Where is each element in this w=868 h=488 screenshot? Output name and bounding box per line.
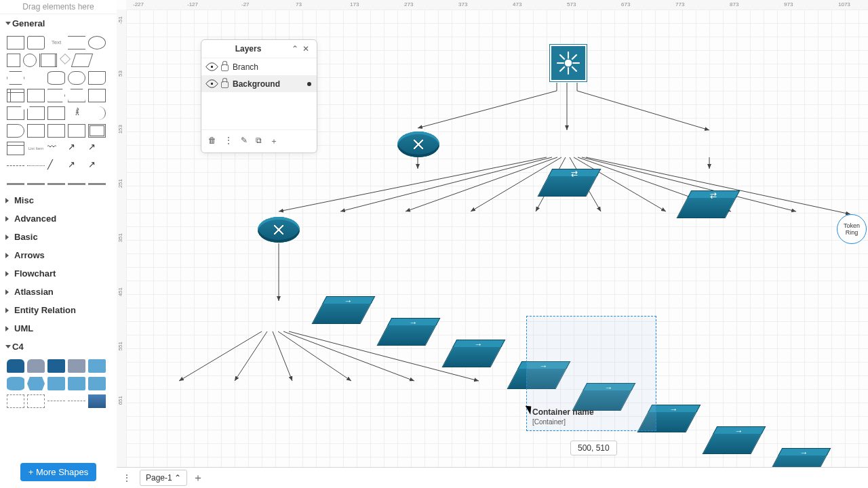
- shape-process[interactable]: [39, 54, 57, 67]
- category-advanced[interactable]: Advanced: [0, 209, 117, 228]
- category-uml[interactable]: UML: [0, 319, 117, 338]
- shape-list[interactable]: [7, 142, 24, 155]
- shape-and[interactable]: [27, 124, 45, 138]
- shape-line3[interactable]: ↗: [88, 159, 106, 173]
- trash-icon[interactable]: 🗑: [208, 136, 216, 147]
- shape-internal[interactable]: [7, 89, 24, 102]
- node-switch-t3-2[interactable]: →: [376, 324, 437, 346]
- shape-triangle[interactable]: [27, 71, 45, 85]
- shape-text[interactable]: Text: [47, 36, 65, 49]
- shape-cube[interactable]: [27, 89, 45, 102]
- shape-diamond[interactable]: [60, 54, 71, 64]
- c4-system[interactable]: [47, 359, 65, 373]
- shape-note[interactable]: [7, 106, 24, 120]
- add-icon[interactable]: ＋: [270, 136, 278, 147]
- shape-datastore[interactable]: [47, 124, 65, 138]
- c4-boundary1[interactable]: [7, 394, 24, 408]
- category-entity-relation[interactable]: Entity Relation: [0, 301, 117, 319]
- shape-callout[interactable]: [47, 106, 65, 120]
- node-switch-t2-2[interactable]: ⇄: [537, 175, 597, 197]
- shape-ellipse[interactable]: [88, 36, 106, 49]
- node-switch-t2-3[interactable]: ⇄: [676, 197, 736, 218]
- layer-row-branch[interactable]: Branch: [201, 58, 317, 75]
- collapse-icon[interactable]: ⌃: [290, 44, 300, 54]
- category-flowchart[interactable]: Flowchart: [0, 264, 117, 283]
- category-basic[interactable]: Basic: [0, 228, 117, 246]
- shape-dashed[interactable]: [7, 159, 24, 166]
- shape-or[interactable]: [7, 124, 24, 138]
- category-arrows[interactable]: Arrows: [0, 246, 117, 264]
- shape-card[interactable]: [27, 106, 45, 120]
- c4-rel1[interactable]: [47, 394, 65, 401]
- shape-cylinder[interactable]: [47, 71, 65, 85]
- shape-curved-conn[interactable]: 〰: [47, 142, 65, 155]
- copy-icon[interactable]: ⧉: [256, 136, 262, 147]
- lock-icon[interactable]: [221, 64, 229, 71]
- node-switch-t3-8[interactable]: →: [767, 454, 827, 468]
- drop-preview-container[interactable]: Container name [Container]: [526, 316, 656, 431]
- shape-dotted[interactable]: [27, 159, 45, 166]
- shape-hexagon[interactable]: [7, 71, 24, 85]
- category-atlassian[interactable]: Atlassian: [0, 283, 117, 301]
- c4-person[interactable]: [7, 359, 24, 373]
- node-switch-t3-1[interactable]: →: [311, 302, 372, 324]
- c4-boundary2[interactable]: [27, 394, 45, 408]
- c4-rel2[interactable]: [68, 394, 85, 401]
- shape-link[interactable]: [7, 183, 24, 185]
- close-icon[interactable]: ✕: [300, 44, 311, 54]
- node-token-ring[interactable]: TokenRing: [837, 214, 867, 244]
- shape-line1[interactable]: ╱: [47, 159, 65, 173]
- shape-bidir-arrow[interactable]: ↗: [68, 142, 85, 155]
- node-router-t2-1[interactable]: [397, 131, 439, 157]
- shape-step[interactable]: [47, 89, 65, 102]
- c4-person-ext[interactable]: [27, 359, 45, 373]
- node-switch-t3-3[interactable]: →: [441, 346, 502, 367]
- add-page-button[interactable]: ＋: [193, 471, 203, 485]
- more-icon[interactable]: ⋮: [224, 136, 233, 147]
- shape-link2[interactable]: [27, 183, 45, 185]
- node-router-t3-0[interactable]: [258, 217, 300, 243]
- shape-square[interactable]: [7, 54, 20, 67]
- eye-icon[interactable]: [205, 77, 218, 90]
- shape-actor[interactable]: 𐀪: [68, 106, 85, 120]
- shape-roundrect[interactable]: [27, 36, 45, 49]
- lock-icon[interactable]: [221, 81, 229, 88]
- page-tab-1[interactable]: Page-1 ⌃: [140, 470, 187, 486]
- more-shapes-button[interactable]: + More Shapes: [20, 463, 97, 481]
- shape-tape[interactable]: [88, 89, 106, 102]
- c4-system-ext[interactable]: [68, 359, 85, 373]
- shape-frame[interactable]: [88, 124, 106, 138]
- page-menu-icon[interactable]: ⋮: [122, 472, 132, 483]
- c4-comp3[interactable]: [88, 377, 106, 390]
- c4-comp2[interactable]: [68, 377, 85, 390]
- layers-panel[interactable]: Layers ⌃ ✕ Branch Background 🗑 ⋮ ✎ ⧉: [201, 39, 317, 153]
- shape-line2[interactable]: ↗: [68, 159, 85, 173]
- shape-trapezoid[interactable]: [68, 89, 85, 102]
- c4-legend[interactable]: [88, 394, 106, 408]
- c4-hex[interactable]: [27, 377, 45, 390]
- c4-component[interactable]: [47, 377, 65, 390]
- edit-icon[interactable]: ✎: [241, 136, 248, 147]
- shape-circle[interactable]: [23, 54, 37, 67]
- shape-link5[interactable]: [88, 183, 106, 185]
- shape-link3[interactable]: [47, 183, 65, 185]
- shape-link4[interactable]: [68, 183, 85, 185]
- shape-textbox[interactable]: [68, 36, 85, 49]
- shape-curve[interactable]: [88, 106, 106, 120]
- shape-cloud[interactable]: [68, 71, 85, 85]
- shape-listitem[interactable]: List Item: [27, 142, 45, 155]
- category-c4[interactable]: C4: [0, 338, 117, 356]
- eye-icon[interactable]: [205, 60, 218, 73]
- category-misc[interactable]: Misc: [0, 191, 117, 209]
- layer-row-background[interactable]: Background: [201, 75, 317, 92]
- shape-rect[interactable]: [7, 36, 24, 49]
- shape-arrow[interactable]: ↗: [88, 142, 106, 155]
- category-general[interactable]: General: [0, 14, 117, 33]
- c4-container[interactable]: [88, 359, 106, 373]
- node-core-hub[interactable]: [550, 45, 587, 81]
- shape-document[interactable]: [88, 71, 106, 85]
- shape-container[interactable]: [68, 124, 85, 138]
- shape-parallelogram[interactable]: [71, 54, 93, 67]
- c4-db[interactable]: [7, 377, 24, 390]
- node-switch-t3-7[interactable]: →: [702, 432, 762, 454]
